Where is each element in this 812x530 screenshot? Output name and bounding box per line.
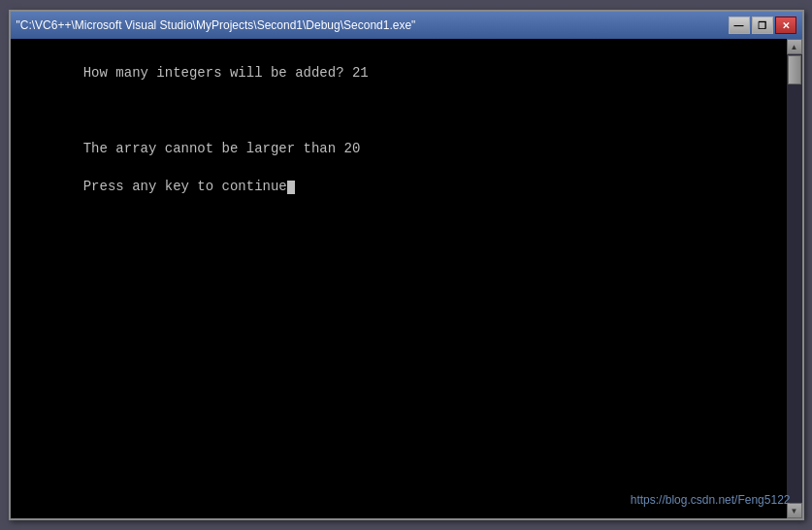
console-window: "C:\VC6++\Microsoft Visual Studio\MyProj… (9, 10, 804, 520)
scrollbar-track[interactable] (787, 54, 802, 503)
scroll-up-button[interactable]: ▲ (787, 39, 802, 54)
line4: Press any key to continue (83, 179, 287, 194)
title-bar-text: "C:\VC6++\Microsoft Visual Studio\MyProj… (16, 18, 416, 32)
scrollbar[interactable]: ▲ ▼ (787, 39, 802, 518)
restore-button[interactable]: ❐ (752, 17, 773, 34)
line1: How many integers will be added? 21 (83, 65, 369, 81)
console-output: How many integers will be added? 21 The … (11, 39, 787, 518)
watermark: https://blog.csdn.net/Feng5122 (631, 493, 791, 507)
close-button[interactable]: ✕ (775, 17, 796, 34)
window-controls: — ❐ ✕ (729, 17, 796, 34)
scrollbar-thumb[interactable] (788, 55, 801, 84)
line3: The array cannot be larger than 20 (83, 141, 361, 156)
title-bar: "C:\VC6++\Microsoft Visual Studio\MyProj… (11, 12, 802, 39)
cursor (287, 181, 295, 194)
console-area: How many integers will be added? 21 The … (11, 39, 802, 518)
minimize-button[interactable]: — (729, 17, 750, 34)
